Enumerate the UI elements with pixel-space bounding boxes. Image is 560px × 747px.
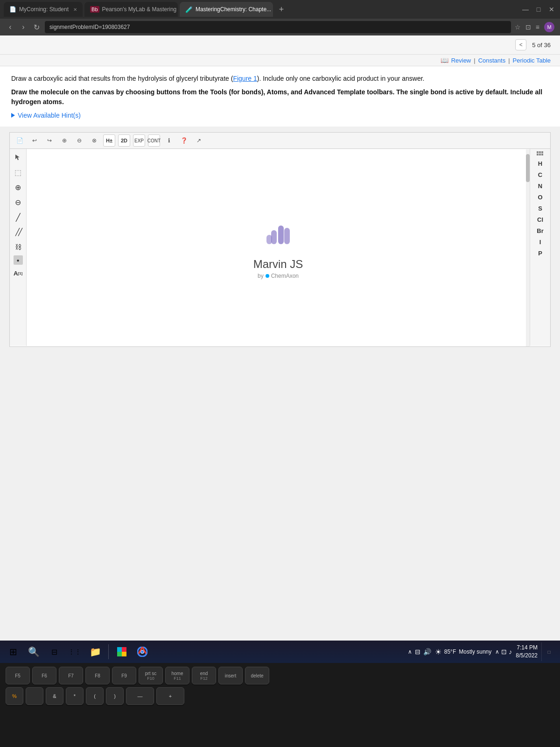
close-btn[interactable]: ✕ xyxy=(547,5,556,14)
tab-label-mastering: MasteringChemistry: Chapte... xyxy=(196,6,271,13)
element-Br[interactable]: Br xyxy=(533,226,548,236)
file-explorer-btn[interactable]: 📁 xyxy=(86,642,105,661)
tray-up-arrow[interactable]: ∧ xyxy=(408,648,412,655)
add-atom-tool[interactable]: ⊕ xyxy=(12,181,25,194)
zoom-in-btn[interactable]: ⊕ xyxy=(58,134,70,147)
paint-btn[interactable] xyxy=(112,642,131,661)
cont-tool-btn[interactable]: CONT xyxy=(148,134,160,147)
key-asterisk[interactable]: * xyxy=(66,687,84,705)
search-btn[interactable]: 🔍 xyxy=(24,642,43,661)
address-input[interactable]: signmentProblemID=190803627 xyxy=(45,21,511,33)
key-caret[interactable] xyxy=(26,687,43,705)
info-btn[interactable]: ℹ xyxy=(163,134,175,147)
chain-tool[interactable]: ⛓ xyxy=(12,240,25,254)
tab-icon[interactable]: ⊡ xyxy=(525,23,531,31)
element-Cl[interactable]: Cl xyxy=(533,214,548,225)
nav-refresh-btn[interactable]: ↻ xyxy=(32,22,41,32)
element-grid-icon[interactable] xyxy=(534,151,547,157)
double-bond-tool[interactable]: ╱╱ xyxy=(12,226,25,239)
maximize-btn[interactable]: □ xyxy=(534,5,543,14)
settings-icon[interactable]: ≡ xyxy=(536,23,539,31)
review-link[interactable]: Review xyxy=(451,57,471,64)
select-arrow-tool[interactable] xyxy=(12,151,25,164)
lasso-tool[interactable]: ⬚ xyxy=(12,166,25,179)
element-O[interactable]: O xyxy=(533,192,548,202)
constants-link[interactable]: Constants xyxy=(478,57,506,64)
h-tool-btn[interactable]: H± xyxy=(103,134,115,147)
new-tab-button[interactable]: + xyxy=(275,3,288,16)
tab-mycorning[interactable]: 📄 MyCorning: Student ✕ xyxy=(4,2,83,17)
key-f5[interactable]: F5 xyxy=(6,667,30,684)
single-bond-tool[interactable]: ╱ xyxy=(12,211,25,224)
key-ampersand-label: & xyxy=(53,693,56,699)
key-percent[interactable]: % xyxy=(6,687,23,705)
key-f5-label: F5 xyxy=(15,673,21,678)
key-f10[interactable]: prt sc F10 xyxy=(139,667,163,684)
hint-section[interactable]: View Available Hint(s) xyxy=(11,112,549,119)
key-dash[interactable]: — xyxy=(126,687,154,705)
sound-mini-icon[interactable]: ♪ xyxy=(509,648,512,655)
key-plus[interactable]: + xyxy=(156,687,184,705)
key-f12[interactable]: end F12 xyxy=(192,667,216,684)
element-H[interactable]: H xyxy=(533,158,548,169)
nav-forward-btn[interactable]: › xyxy=(19,22,28,32)
key-delete-label: delete xyxy=(251,673,263,678)
svg-rect-8 xyxy=(539,154,541,155)
2d-tool-btn[interactable]: 2D xyxy=(118,134,130,147)
help-btn[interactable]: ❓ xyxy=(178,134,190,147)
undo-btn[interactable]: ↩ xyxy=(28,134,41,147)
element-I[interactable]: I xyxy=(533,237,548,247)
key-closeparen[interactable]: ) xyxy=(106,687,124,705)
key-f6[interactable]: F6 xyxy=(32,667,56,684)
tab-pearson[interactable]: Bb Pearson's MyLab & Mastering ✕ xyxy=(84,2,178,17)
apps-grid-btn[interactable]: ⋮⋮ xyxy=(65,642,84,661)
tray-sound-icon[interactable]: 🔊 xyxy=(423,648,431,655)
remove-atom-tool[interactable]: ⊖ xyxy=(12,196,25,209)
weather-widget[interactable]: ☀ 85°F Mostly sunny xyxy=(435,648,492,656)
key-f8[interactable]: F8 xyxy=(85,667,110,684)
new-document-btn[interactable]: 📄 xyxy=(14,134,26,147)
exp-tool-btn[interactable]: EXP xyxy=(133,134,145,147)
key-f9[interactable]: F9 xyxy=(112,667,136,684)
links-bar: 📖 Review | Constants | Periodic Table xyxy=(0,55,560,66)
zoom-fit-btn[interactable]: ⊗ xyxy=(88,134,100,147)
drawing-canvas[interactable]: Marvin JS by ChemAxon xyxy=(27,149,530,346)
task-view-btn[interactable]: ⊟ xyxy=(45,642,63,661)
zoom-out-btn[interactable]: ⊖ xyxy=(73,134,85,147)
tab-favicon: 📄 xyxy=(9,6,16,13)
key-openparen[interactable]: ( xyxy=(86,687,104,705)
prev-page-btn[interactable]: < xyxy=(515,39,526,50)
element-N[interactable]: N xyxy=(533,181,548,191)
key-insert[interactable]: insert xyxy=(218,667,243,684)
text-tool[interactable]: A[1] xyxy=(12,267,25,280)
tray-display-icon[interactable]: ⊟ xyxy=(415,648,420,655)
key-ampersand[interactable]: & xyxy=(46,687,63,705)
key-plus-label: + xyxy=(169,693,172,699)
desktop-icon[interactable]: ⊡ xyxy=(501,648,507,655)
figure1-link[interactable]: Figure 1 xyxy=(233,75,257,82)
expand-btn[interactable]: ↗ xyxy=(193,134,205,147)
start-menu-btn[interactable]: ⊞ xyxy=(4,642,22,661)
minimize-btn[interactable]: — xyxy=(521,5,530,14)
show-desktop-caret[interactable]: ∧ xyxy=(495,648,499,655)
periodic-table-link[interactable]: Periodic Table xyxy=(513,57,551,64)
chrome-btn[interactable] xyxy=(133,642,152,661)
time-display[interactable]: 7:14 PM 8/5/2022 xyxy=(516,644,538,660)
tab-mastering[interactable]: 🧪 MasteringChemistry: Chapte... ✕ xyxy=(180,2,273,17)
search-icon: 🔍 xyxy=(28,646,40,657)
bookmark-icon[interactable]: ☆ xyxy=(515,23,521,31)
canvas-scrollbar-thumb[interactable] xyxy=(526,154,530,182)
element-S[interactable]: S xyxy=(533,203,548,213)
profile-icon[interactable]: M xyxy=(544,22,554,32)
key-f11[interactable]: home F11 xyxy=(165,667,189,684)
element-C[interactable]: C xyxy=(533,169,548,180)
key-f7[interactable]: F7 xyxy=(59,667,83,684)
tab-close-btn[interactable]: ✕ xyxy=(73,7,77,12)
canvas-scrollbar[interactable] xyxy=(526,149,530,346)
nav-back-btn[interactable]: ‹ xyxy=(6,22,15,32)
show-desktop-btn[interactable]: □ xyxy=(541,642,556,661)
key-delete[interactable]: delete xyxy=(245,667,269,684)
ring-bullet-tool[interactable]: ● xyxy=(14,255,23,265)
element-P[interactable]: P xyxy=(533,248,548,258)
redo-btn[interactable]: ↪ xyxy=(43,134,56,147)
